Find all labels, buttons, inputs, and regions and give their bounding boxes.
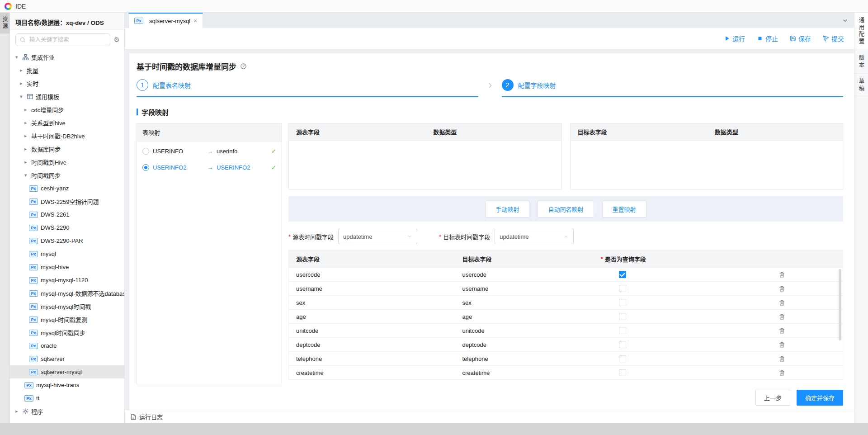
tree-item[interactable]: 时间戳同步 bbox=[10, 169, 124, 182]
query-field-checkbox[interactable] bbox=[619, 285, 626, 292]
reset-mapping-button[interactable]: 重置映射 bbox=[602, 201, 646, 218]
app-title: IDE bbox=[15, 3, 26, 10]
table-mapping-row[interactable]: USERINFO2USERINFO2 bbox=[137, 161, 282, 174]
tree-item[interactable]: 实时 bbox=[10, 77, 124, 90]
chevron-right-icon[interactable] bbox=[24, 107, 30, 113]
tree-item[interactable]: cdc增量同步 bbox=[10, 103, 124, 116]
tab-sqlserver-mysql[interactable]: Px sqlserver-mysql bbox=[128, 13, 203, 28]
delete-row-trash-icon[interactable] bbox=[778, 299, 785, 306]
query-field-checkbox[interactable] bbox=[619, 313, 626, 320]
search-input[interactable] bbox=[15, 33, 110, 46]
timestamp-field-form: 源表时间戳字段 updatetime 目标表时间戳字段 bbox=[288, 229, 843, 244]
chevron-right-icon[interactable] bbox=[15, 408, 21, 414]
tree-item-label: mysql bbox=[41, 251, 56, 257]
tree-item[interactable]: Pxmysql-mysql时间戳 bbox=[10, 300, 124, 313]
tree-item[interactable]: Pxmysql-hive-trans bbox=[10, 378, 124, 392]
app-logo-icon bbox=[5, 3, 12, 10]
help-question-icon[interactable] bbox=[240, 63, 247, 70]
tree-item[interactable]: 时间戳到Hive bbox=[10, 156, 124, 169]
tree-item[interactable]: PxDWS-2259空指针问题 bbox=[10, 195, 124, 208]
step-2-configure-field-mapping[interactable]: 2 配置字段映射 bbox=[502, 79, 844, 97]
source-timestamp-value: updatetime bbox=[343, 233, 407, 240]
delete-row-trash-icon[interactable] bbox=[778, 271, 785, 278]
submit-button[interactable]: 提交 bbox=[823, 34, 844, 43]
save-button[interactable]: 保存 bbox=[790, 34, 811, 43]
run-log-bar[interactable]: 运行日志 bbox=[125, 410, 854, 423]
job-config-panel: 基于时间戳的数据库增量同步 1 配置表名映射 2 配置字 bbox=[129, 53, 854, 410]
tree-item[interactable]: PxDWS-2290-PAR bbox=[10, 234, 124, 247]
query-field-checkbox[interactable] bbox=[619, 327, 626, 334]
tree-item[interactable]: Pxmysql-mysql-数据源不选database bbox=[10, 287, 124, 300]
query-field-checkbox[interactable] bbox=[619, 341, 626, 348]
tree-item[interactable]: 程序 bbox=[10, 405, 124, 418]
tree-item[interactable]: Pxsqlserver-mysql bbox=[10, 365, 124, 378]
tree-item[interactable]: 数据库同步 bbox=[10, 142, 124, 156]
previous-step-button[interactable]: 上一步 bbox=[755, 390, 790, 406]
right-tab-version[interactable]: 版本 bbox=[854, 50, 868, 74]
right-tab-draft[interactable]: 草稿 bbox=[854, 74, 868, 97]
tree-item[interactable]: Pxmysql时间戳同步 bbox=[10, 326, 124, 339]
table-scrollbar-thumb[interactable] bbox=[839, 269, 841, 340]
tree-item[interactable]: Pxtt bbox=[10, 392, 124, 405]
run-button[interactable]: 运行 bbox=[724, 34, 745, 43]
tree-item[interactable]: Pxsqlserver bbox=[10, 352, 124, 365]
table-mapping-row[interactable]: USERINFOuserinfo bbox=[137, 144, 282, 158]
tree-item[interactable]: 集成作业 bbox=[10, 51, 124, 64]
delete-row-trash-icon[interactable] bbox=[778, 327, 785, 334]
target-timestamp-select[interactable]: updatetime bbox=[495, 229, 574, 244]
chevron-right-icon[interactable] bbox=[24, 133, 30, 139]
table-mapping-list: USERINFOuserinfoUSERINFO2USERINFO2 bbox=[137, 142, 282, 174]
delete-row-trash-icon[interactable] bbox=[778, 355, 785, 362]
tree-item[interactable]: Pxmysql-时间戳复测 bbox=[10, 313, 124, 326]
tree-item[interactable]: PxDWS-2290 bbox=[10, 221, 124, 234]
tree-item[interactable]: Pxmysql-mysql-1120 bbox=[10, 274, 124, 287]
chevron-right-icon[interactable] bbox=[20, 67, 26, 73]
tree-item[interactable]: Pxceshi-yanz bbox=[10, 182, 124, 195]
delete-row-trash-icon[interactable] bbox=[778, 285, 785, 292]
chevron-right-icon[interactable] bbox=[24, 120, 30, 126]
table-select-radio[interactable] bbox=[142, 164, 149, 171]
close-tab-icon[interactable] bbox=[193, 18, 197, 24]
delete-row-trash-icon[interactable] bbox=[778, 341, 785, 348]
auto-same-name-mapping-button[interactable]: 自动同名映射 bbox=[538, 201, 594, 218]
tree-item[interactable]: 关系型到hive bbox=[10, 116, 124, 129]
query-field-checkbox[interactable] bbox=[619, 271, 626, 278]
chevron-right-icon[interactable] bbox=[24, 159, 30, 165]
confirm-save-button[interactable]: 确定并保存 bbox=[797, 390, 843, 406]
tree-item[interactable]: 通用模板 bbox=[10, 90, 124, 103]
manual-mapping-button[interactable]: 手动映射 bbox=[485, 201, 529, 218]
tree-item-label: 程序 bbox=[31, 407, 43, 416]
chevron-right-icon[interactable] bbox=[20, 80, 26, 86]
chevron-down-icon[interactable] bbox=[24, 172, 30, 178]
search-settings-gear-icon[interactable] bbox=[114, 36, 120, 44]
tab-list-chevron-down-icon[interactable] bbox=[842, 17, 849, 24]
table-select-radio[interactable] bbox=[142, 148, 149, 155]
chevron-right-icon[interactable] bbox=[24, 146, 30, 152]
query-field-checkbox[interactable] bbox=[619, 369, 626, 376]
px-job-icon: Px bbox=[29, 317, 38, 323]
query-field-checkbox[interactable] bbox=[619, 355, 626, 362]
tree-item[interactable]: Pxmysql-hive bbox=[10, 260, 124, 274]
stop-button[interactable]: 停止 bbox=[757, 34, 778, 43]
project-label: 项目名称/数据层：xq-dev / ODS bbox=[10, 13, 124, 30]
tree-item[interactable]: Pxmysql bbox=[10, 247, 124, 260]
tree-item[interactable]: Pxoracle bbox=[10, 339, 124, 352]
resource-tree: 集成作业批量实时通用模板cdc增量同步关系型到hive基于时间戳-DB2hive… bbox=[10, 50, 124, 423]
source-timestamp-group: 源表时间戳字段 updatetime bbox=[288, 229, 417, 244]
delete-row-trash-icon[interactable] bbox=[778, 369, 785, 376]
chevron-down-icon[interactable] bbox=[15, 54, 21, 60]
px-job-icon: Px bbox=[29, 303, 38, 310]
right-tab-general-config[interactable]: 通用配置 bbox=[854, 13, 868, 50]
delete-row-trash-icon[interactable] bbox=[778, 313, 785, 320]
step-1-configure-table-mapping[interactable]: 1 配置表名映射 bbox=[137, 79, 478, 97]
tree-item[interactable]: 基于时间戳-DB2hive bbox=[10, 129, 124, 142]
rail-tab-resources[interactable]: 资源 bbox=[0, 13, 9, 33]
tree-item[interactable]: PxDWS-2261 bbox=[10, 208, 124, 221]
source-timestamp-select[interactable]: updatetime bbox=[338, 229, 417, 244]
workspace: 资源 项目名称/数据层：xq-dev / ODS 集成作业批量实时通用模板cdc… bbox=[0, 13, 868, 423]
chevron-down-icon[interactable] bbox=[20, 94, 26, 99]
tree-item[interactable]: 批量 bbox=[10, 64, 124, 77]
query-field-checkbox[interactable] bbox=[619, 299, 626, 306]
target-field-cell: unitcode bbox=[455, 327, 594, 334]
target-field-cell: createtime bbox=[455, 369, 594, 376]
